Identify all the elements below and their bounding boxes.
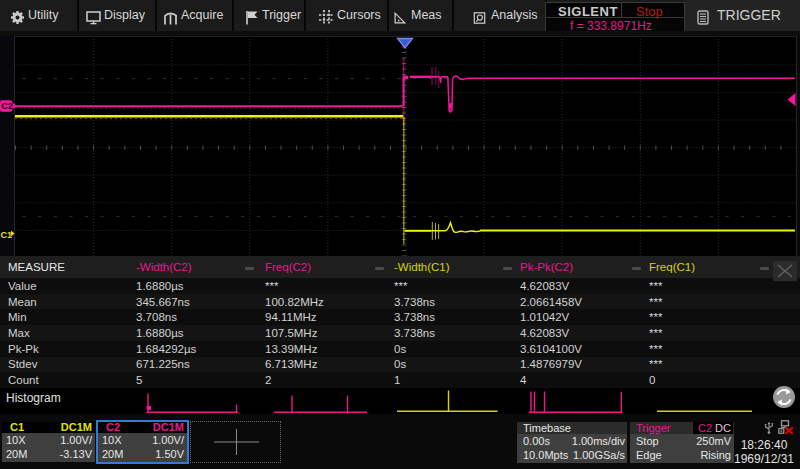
svg-text:C1: C1 [1, 230, 13, 240]
svg-text:C2: C2 [1, 101, 13, 111]
